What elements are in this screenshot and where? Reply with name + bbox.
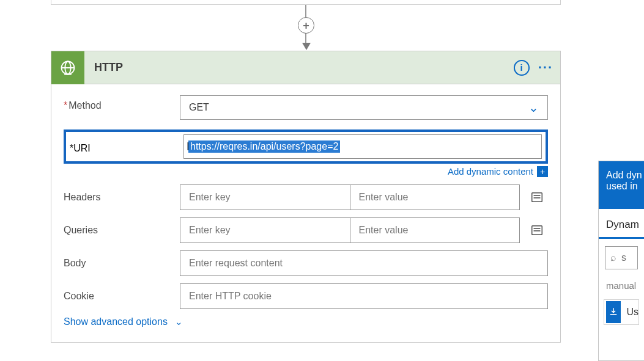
svg-rect-3 (64, 73, 72, 75)
svg-rect-10 (610, 314, 617, 315)
headers-row: Headers (64, 184, 548, 210)
headers-value-input[interactable] (350, 184, 520, 210)
dynamic-content-item[interactable]: Us (604, 299, 639, 325)
method-row: *Method GET ⌄ (64, 95, 548, 120)
uri-input[interactable]: I https://reqres.in/api/users?page=2 (183, 134, 542, 159)
queries-key-input[interactable] (180, 217, 350, 243)
method-select[interactable]: GET ⌄ (180, 95, 548, 120)
uri-value: https://reqres.in/api/users?page=2 (188, 140, 340, 153)
chevron-down-icon: ⌄ (175, 316, 183, 327)
advanced-options-row: Show advanced options ⌄ (64, 316, 548, 327)
plus-icon[interactable]: + (537, 166, 548, 177)
search-icon: ⌕ (610, 252, 616, 263)
card-menu-button[interactable]: ··· (538, 61, 553, 75)
svg-rect-7 (532, 226, 542, 235)
http-action-card: HTTP i ··· *Method GET ⌄ (51, 51, 561, 343)
cookie-input[interactable] (180, 283, 548, 309)
queries-row: Queries (64, 217, 548, 243)
cookie-row: Cookie (64, 283, 548, 309)
body-row: Body (64, 250, 548, 276)
queries-text-mode-button[interactable] (528, 222, 546, 239)
cookie-label: Cookie (64, 291, 180, 302)
uri-label: *URI (70, 139, 183, 154)
dynamic-content-panel: Add dyn used in Dynam ⌕ s manual Us (598, 161, 644, 361)
panel-search-input[interactable]: ⌕ s (605, 246, 638, 269)
headers-text-mode-button[interactable] (528, 189, 546, 206)
info-icon[interactable]: i (514, 60, 530, 76)
method-value: GET (189, 102, 209, 113)
body-input[interactable] (180, 250, 548, 276)
body-label: Body (64, 258, 180, 269)
chevron-down-icon: ⌄ (528, 100, 539, 115)
tab-dynamic-content[interactable]: Dynam (599, 209, 644, 239)
queries-value-input[interactable] (350, 217, 520, 243)
headers-key-input[interactable] (180, 184, 350, 210)
headers-label: Headers (64, 192, 180, 203)
svg-rect-4 (532, 193, 542, 202)
add-dynamic-content-link[interactable]: Add dynamic content (448, 166, 533, 177)
http-connector-icon (51, 51, 84, 84)
method-label: *Method (64, 95, 180, 111)
card-title: HTTP (94, 61, 123, 74)
show-advanced-options-link[interactable]: Show advanced options (64, 316, 168, 327)
previous-card-bottom-edge (51, 0, 561, 5)
card-body: *Method GET ⌄ *URI I https://reqres.in/a… (51, 84, 560, 342)
download-icon (606, 301, 621, 323)
dynamic-content-row: Add dynamic content + (64, 166, 548, 177)
uri-row: *URI I https://reqres.in/api/users?page=… (64, 129, 548, 164)
queries-label: Queries (64, 225, 180, 236)
panel-header: Add dyn used in (599, 161, 644, 209)
panel-group-label: manual (599, 269, 644, 297)
insert-step-button[interactable]: + (298, 17, 314, 34)
connector-arrow-head (302, 43, 311, 50)
card-header[interactable]: HTTP i ··· (51, 51, 560, 84)
